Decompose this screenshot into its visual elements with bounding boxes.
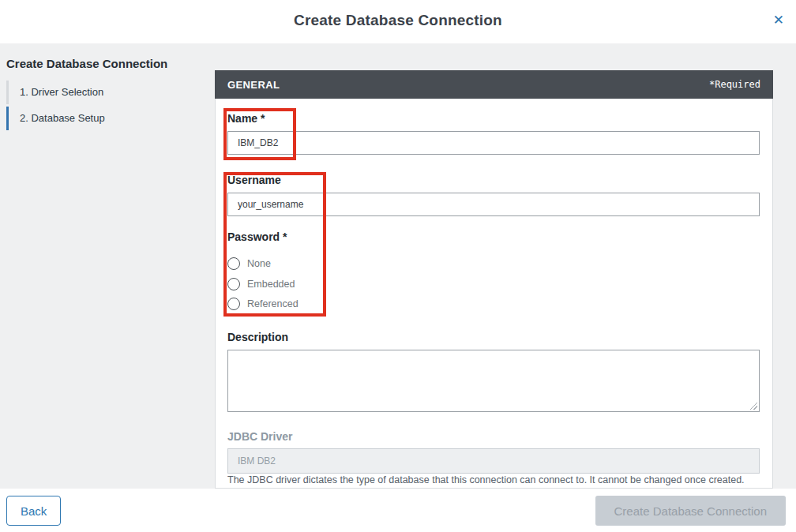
step-database-setup[interactable]: 2. Database Setup xyxy=(6,107,105,130)
jdbc-driver-label: JDBC Driver xyxy=(227,430,292,443)
step-label: 2. Database Setup xyxy=(20,112,105,124)
name-label: Name * xyxy=(227,112,265,125)
password-label: Password * xyxy=(227,230,287,243)
required-note: *Required xyxy=(709,79,760,90)
username-input[interactable] xyxy=(227,193,760,216)
radio-option-label: Referenced xyxy=(247,298,298,309)
back-button[interactable]: Back xyxy=(6,496,61,526)
password-option-referenced[interactable]: Referenced xyxy=(227,297,298,311)
jdbc-driver-help-text: The JDBC driver dictates the type of dat… xyxy=(227,474,772,485)
jdbc-driver-input xyxy=(227,448,760,474)
radio-button-icon[interactable] xyxy=(227,278,240,290)
dialog-footer: Back Create Database Connection xyxy=(0,489,796,532)
step-label: 1. Driver Selection xyxy=(20,86,103,98)
name-input[interactable] xyxy=(227,131,760,155)
description-textarea[interactable] xyxy=(227,350,760,412)
section-title: GENERAL xyxy=(227,79,280,91)
radio-option-label: Embedded xyxy=(247,279,295,290)
create-database-connection-button[interactable]: Create Database Connection xyxy=(595,496,786,526)
create-database-connection-dialog: Create Database Connection ✕ Create Data… xyxy=(0,0,796,532)
description-field-wrapper xyxy=(227,350,760,412)
radio-button-icon[interactable] xyxy=(227,298,240,310)
general-section-header: GENERAL *Required xyxy=(215,70,773,99)
description-label: Description xyxy=(227,331,288,343)
password-option-none[interactable]: None xyxy=(227,257,271,271)
radio-option-label: None xyxy=(247,258,271,269)
step-driver-selection[interactable]: 1. Driver Selection xyxy=(6,81,103,104)
radio-button-icon[interactable] xyxy=(227,257,240,270)
dialog-title: Create Database Connection xyxy=(0,0,796,41)
wizard-heading: Create Database Connection xyxy=(6,57,167,70)
password-option-embedded[interactable]: Embedded xyxy=(227,277,295,291)
close-icon[interactable]: ✕ xyxy=(773,13,784,28)
dialog-titlebar: Create Database Connection ✕ xyxy=(0,0,796,43)
username-label: Username xyxy=(227,174,281,186)
